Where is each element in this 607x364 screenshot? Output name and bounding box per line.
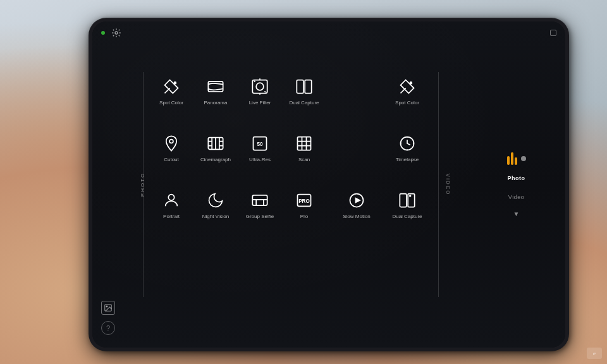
video-dual-capture-icon [397, 190, 417, 210]
filter-dot [521, 156, 526, 161]
mode-ultra-res[interactable]: 50 Ultra-Res [238, 119, 282, 176]
dual-capture-label: Dual Capture [289, 100, 319, 106]
mode-pro[interactable]: PRO Pro [282, 176, 326, 233]
mode-cutout[interactable]: Cutout [149, 119, 193, 176]
filter-icon-group[interactable] [507, 152, 526, 165]
video-mode-dual-capture[interactable]: Dual Capture [382, 176, 432, 233]
dual-capture-icon [294, 76, 314, 97]
photo-modes-grid: Spot Color Panorama Live Filter [149, 63, 326, 233]
mode-scan[interactable]: Scan [282, 119, 326, 176]
svg-point-0 [115, 32, 118, 34]
live-filter-icon [250, 76, 270, 97]
pro-label: Pro [300, 214, 308, 219]
svg-text:50: 50 [257, 142, 263, 147]
mode-dual-capture[interactable]: Dual Capture [282, 63, 326, 119]
watermark: e [587, 348, 602, 359]
cutout-icon [161, 133, 181, 154]
svg-rect-33 [408, 194, 415, 207]
portrait-label: Portrait [163, 214, 180, 219]
video-mode-slow-motion[interactable]: Slow Motion [331, 176, 382, 233]
bottom-left-icons: ? [101, 301, 115, 335]
top-right-indicator [550, 30, 556, 36]
cinemagraph-label: Cinemagraph [200, 157, 231, 162]
svg-rect-6 [305, 80, 312, 94]
mode-cinemagraph[interactable]: Cinemagraph [193, 119, 238, 176]
slow-motion-icon [346, 190, 367, 210]
screen-inner: PHOTO VIDEO Spot Color [92, 21, 565, 348]
mode-group-selfie[interactable]: Group Selfie [238, 176, 282, 233]
portrait-icon [161, 190, 181, 210]
mode-spot-color[interactable]: Spot Color [149, 63, 193, 119]
night-vision-label: Night Vision [202, 214, 230, 219]
svg-point-36 [106, 306, 107, 307]
live-filter-label: Live Filter [249, 100, 271, 106]
mode-portrait[interactable]: Portrait [149, 176, 193, 233]
filter-bar-1 [507, 156, 510, 165]
svg-marker-31 [355, 197, 361, 203]
spot-color-icon [161, 76, 181, 97]
video-dual-capture-label: Dual Capture [392, 214, 422, 219]
cutout-label: Cutout [164, 157, 179, 162]
mode-night-vision[interactable]: Night Vision [193, 176, 238, 233]
group-selfie-label: Group Selfie [246, 214, 274, 219]
video-spot-color-icon [397, 76, 417, 97]
gallery-button[interactable] [101, 301, 115, 315]
timelapse-label: Timelapse [396, 157, 419, 162]
settings-icon[interactable] [110, 27, 123, 39]
status-dot [101, 31, 105, 35]
spot-color-label: Spot Color [159, 100, 183, 106]
video-mode-spot-color[interactable]: Spot Color [382, 63, 432, 119]
pro-icon: PRO [294, 190, 314, 210]
group-selfie-icon [250, 190, 270, 210]
svg-point-4 [256, 83, 264, 90]
left-divider [143, 72, 144, 297]
svg-point-28 [410, 82, 413, 85]
scan-label: Scan [298, 157, 310, 162]
svg-point-34 [409, 195, 412, 197]
svg-rect-5 [297, 80, 304, 94]
phone-body: PHOTO VIDEO Spot Color [89, 18, 569, 351]
status-bar [101, 27, 556, 39]
slow-motion-label: Slow Motion [343, 214, 371, 219]
svg-rect-24 [252, 195, 267, 205]
filter-bars [507, 152, 517, 165]
svg-text:PRO: PRO [298, 198, 310, 204]
filter-bar-3 [515, 157, 517, 165]
video-spot-color-label: Spot Color [395, 100, 419, 106]
scene: PHOTO VIDEO Spot Color [0, 0, 607, 364]
svg-rect-32 [400, 194, 407, 207]
scan-icon [294, 133, 314, 154]
cinemagraph-icon [205, 133, 226, 154]
timelapse-icon [397, 133, 417, 154]
svg-rect-18 [298, 137, 311, 150]
mode-panorama[interactable]: Panorama [193, 63, 238, 119]
filter-bar-2 [511, 152, 513, 165]
video-tab[interactable]: Video [502, 191, 530, 203]
ultra-res-label: Ultra-Res [249, 157, 271, 162]
video-mode-label: VIDEO [445, 174, 451, 196]
svg-point-7 [169, 140, 173, 143]
phone-screen: PHOTO VIDEO Spot Color [92, 21, 565, 348]
panorama-icon [205, 76, 226, 97]
arrow-down-icon[interactable]: ▼ [513, 210, 520, 217]
help-button[interactable]: ? [101, 321, 115, 335]
svg-point-23 [168, 195, 174, 200]
video-modes-grid: Spot Color Timelapse [331, 63, 432, 233]
mode-live-filter[interactable]: Live Filter [238, 63, 282, 119]
photo-tab[interactable]: Photo [501, 173, 532, 184]
right-divider [438, 72, 439, 297]
video-mode-timelapse[interactable]: Timelapse [382, 119, 432, 176]
right-panel: Photo Video ▼ [467, 21, 565, 348]
ultra-res-icon: 50 [250, 133, 270, 154]
svg-point-1 [174, 82, 177, 85]
panorama-label: Panorama [204, 100, 228, 106]
night-vision-icon [205, 190, 226, 210]
